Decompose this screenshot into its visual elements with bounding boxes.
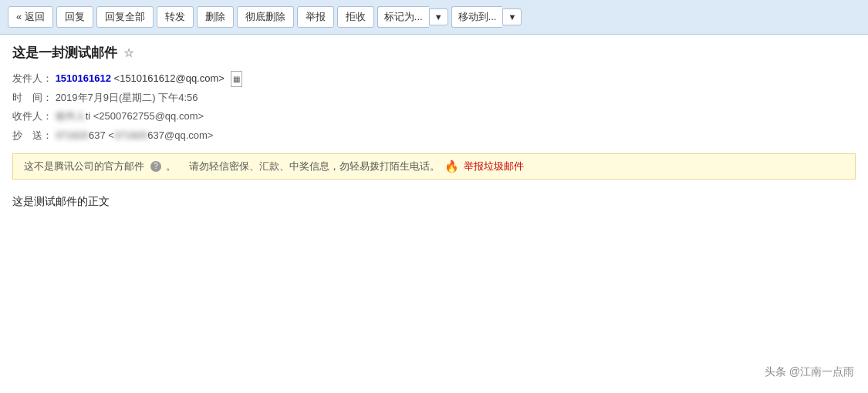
question-icon[interactable]: ? [150,161,161,172]
email-meta: 发件人： 1510161612 <1510161612@qq.com> ▦ 时 … [12,69,856,146]
warning-banner: 这不是腾讯公司的官方邮件? 。 请勿轻信密保、汇款、中奖信息，勿轻易拨打陌生电话… [12,153,856,180]
sender-email: <1510161612@qq.com> [114,72,225,84]
reject-button[interactable]: 拒收 [337,6,374,28]
cc-email: <371820637@qq.com> [108,129,213,141]
from-label: 发件人： [12,69,52,89]
cc-name-blurred: 371820 [56,126,89,146]
sender-name: 1510161612 [56,72,111,84]
warning-text1: 这不是腾讯公司的官方邮件 [24,160,144,173]
report-spam-link[interactable]: 举报垃圾邮件 [464,160,524,173]
reply-button[interactable]: 回复 [56,6,93,28]
body-content: 这是测试邮件的正文 [12,195,110,207]
move-arrow-button[interactable]: ▼ [502,8,522,25]
delete-button[interactable]: 删除 [197,6,234,28]
time-row: 时 间： 2019年7月9日(星期二) 下午4:56 [12,89,856,108]
move-button-group: 移动到... ▼ [451,6,522,28]
to-name-blurred: 收件人 [56,107,86,126]
move-main-button[interactable]: 移动到... [451,6,503,28]
mark-arrow-button[interactable]: ▼ [429,8,448,25]
email-body: 这是测试邮件的正文 [12,195,856,209]
cc-name-suffix: 637 [89,129,106,141]
reply-all-button[interactable]: 回复全部 [96,6,154,28]
email-container: 这是一封测试邮件 ☆ 发件人： 1510161612 <1510161612@q… [0,35,868,218]
warning-text2: 。 请勿轻信密保、汇款、中奖信息，勿轻易拨打陌生电话。 [166,160,440,173]
cc-label: 抄 送： [12,126,52,146]
delete-all-button[interactable]: 彻底删除 [237,6,294,28]
toolbar: « 返回 回复 回复全部 转发 删除 彻底删除 举报 拒收 标记为... ▼ 移… [0,0,868,35]
time-label: 时 间： [12,89,52,108]
back-button[interactable]: « 返回 [8,6,53,28]
to-email: <2500762755@qq.com> [93,110,204,122]
subject-text: 这是一封测试邮件 [12,44,117,62]
from-row: 发件人： 1510161612 <1510161612@qq.com> ▦ [12,69,856,89]
to-name-suffix: ti [86,110,91,122]
mark-main-button[interactable]: 标记为... [377,6,429,28]
time-value: 2019年7月9日(星期二) 下午4:56 [56,92,198,103]
to-label: 收件人： [12,107,52,126]
forward-button[interactable]: 转发 [157,6,194,28]
cc-row: 抄 送： 371820637 <371820637@qq.com> [12,126,856,146]
star-icon[interactable]: ☆ [123,46,133,60]
report-button[interactable]: 举报 [297,6,334,28]
fire-icon: 🔥 [444,160,459,173]
email-subject: 这是一封测试邮件 ☆ [12,44,856,62]
to-row: 收件人： 收件人ti <2500762755@qq.com> [12,107,856,126]
mark-button-group: 标记为... ▼ [377,6,448,28]
address-book-icon[interactable]: ▦ [231,71,242,87]
